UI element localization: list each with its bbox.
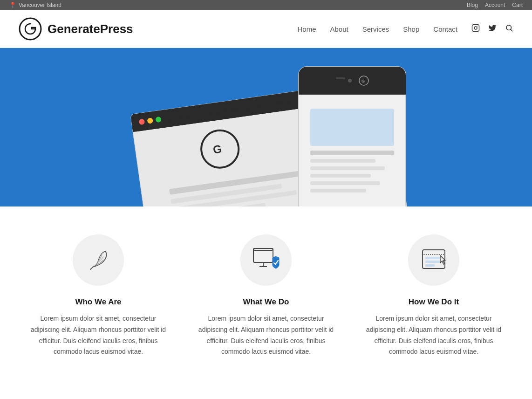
twitter-icon[interactable] bbox=[488, 24, 497, 34]
what-we-do-title: What We Do bbox=[196, 297, 336, 307]
feather-icon bbox=[86, 248, 111, 273]
how-we-do-it-title: How We Do It bbox=[364, 297, 504, 307]
search-icon[interactable] bbox=[505, 24, 513, 34]
svg-rect-31 bbox=[310, 189, 366, 193]
svg-point-2 bbox=[474, 27, 477, 29]
svg-point-21 bbox=[348, 79, 352, 83]
main-nav: Home About Services Shop Contact bbox=[298, 24, 514, 34]
svg-rect-20 bbox=[299, 86, 406, 95]
svg-rect-22 bbox=[336, 77, 345, 79]
monitor-shield-icon bbox=[251, 246, 281, 274]
nav-home[interactable]: Home bbox=[298, 25, 316, 33]
svg-line-5 bbox=[511, 29, 512, 31]
svg-rect-29 bbox=[310, 174, 371, 178]
svg-rect-40 bbox=[425, 261, 440, 263]
hero-banner: G G bbox=[0, 48, 532, 206]
svg-rect-1 bbox=[472, 24, 479, 31]
logo-text: GeneratePress bbox=[48, 22, 133, 36]
cart-link[interactable]: Cart bbox=[512, 2, 523, 8]
svg-rect-34 bbox=[253, 248, 273, 250]
feature-who-we-are: Who We Are Lorem ipsum dolor sit amet, c… bbox=[28, 234, 168, 358]
svg-rect-28 bbox=[310, 166, 385, 170]
blog-link[interactable]: Blog bbox=[467, 2, 478, 8]
top-bar: 📍 Vancouver Island Blog Account Cart bbox=[0, 0, 532, 10]
nav-services[interactable]: Services bbox=[362, 25, 389, 33]
instagram-icon[interactable] bbox=[471, 24, 480, 34]
svg-rect-25 bbox=[310, 109, 394, 146]
what-we-do-text: Lorem ipsum dolor sit amet, consectetur … bbox=[196, 313, 336, 358]
svg-point-0 bbox=[20, 18, 41, 40]
who-we-are-icon-wrap bbox=[73, 234, 124, 286]
how-we-do-it-text: Lorem ipsum dolor sit amet, consectetur … bbox=[364, 313, 504, 358]
svg-point-3 bbox=[477, 26, 478, 27]
feature-how-we-do-it: How We Do It Lorem ipsum dolor sit amet,… bbox=[364, 234, 504, 358]
who-we-are-title: Who We Are bbox=[28, 297, 168, 307]
who-we-are-text: Lorem ipsum dolor sit amet, consectetur … bbox=[28, 313, 168, 358]
nav-about[interactable]: About bbox=[330, 25, 348, 33]
svg-text:G: G bbox=[361, 79, 365, 83]
what-we-do-icon-wrap bbox=[240, 234, 292, 286]
hero-illustration: G G bbox=[0, 48, 532, 206]
nav-shop[interactable]: Shop bbox=[403, 25, 419, 33]
nav-social-icons bbox=[471, 24, 513, 34]
how-we-do-it-icon-wrap bbox=[408, 234, 459, 286]
site-logo[interactable]: GeneratePress bbox=[19, 17, 133, 41]
site-header: GeneratePress Home About Services Shop C… bbox=[0, 10, 532, 48]
account-link[interactable]: Account bbox=[485, 2, 505, 8]
logo-icon bbox=[19, 17, 42, 41]
location-text: Vancouver Island bbox=[19, 2, 61, 8]
svg-text:G: G bbox=[212, 142, 222, 156]
browser-cursor-icon bbox=[419, 246, 449, 274]
feature-what-we-do: What We Do Lorem ipsum dolor sit amet, c… bbox=[196, 234, 336, 358]
svg-rect-26 bbox=[310, 151, 394, 155]
location-pin-icon: 📍 bbox=[9, 2, 16, 8]
svg-rect-41 bbox=[425, 264, 435, 267]
top-bar-location: 📍 Vancouver Island bbox=[9, 2, 61, 8]
svg-rect-39 bbox=[425, 257, 440, 259]
top-bar-links: Blog Account Cart bbox=[467, 2, 523, 8]
svg-rect-30 bbox=[310, 181, 380, 185]
svg-rect-27 bbox=[310, 159, 375, 163]
features-section: Who We Are Lorem ipsum dolor sit amet, c… bbox=[10, 206, 522, 395]
nav-contact[interactable]: Contact bbox=[433, 25, 457, 33]
